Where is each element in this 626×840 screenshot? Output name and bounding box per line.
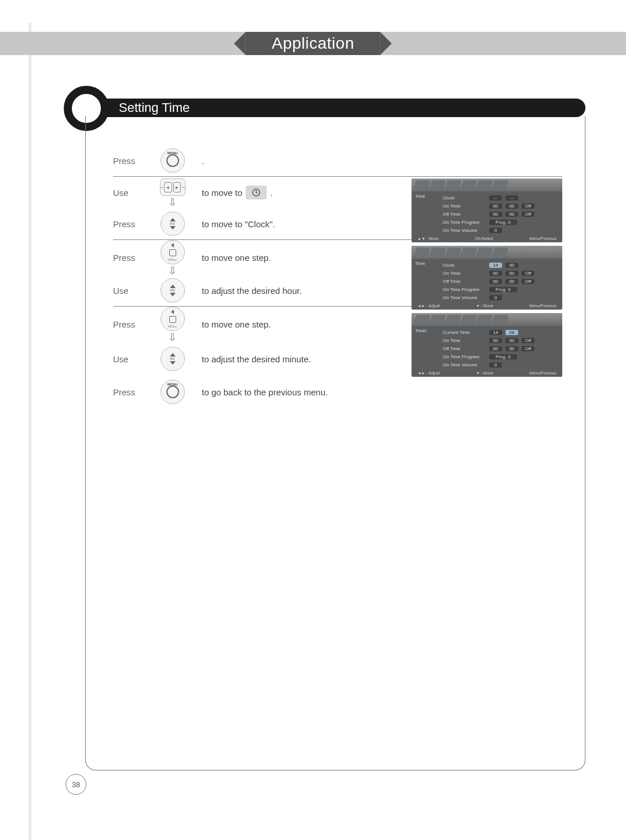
step-verb: Press <box>113 387 154 397</box>
step-verb: Press <box>113 156 154 166</box>
volume-button-icon: ◂▸ <box>160 179 185 196</box>
step-text: to move to <box>202 188 242 198</box>
down-arrow-icon: ⇩ <box>168 198 177 206</box>
step-verb: Use <box>113 286 154 296</box>
instruction-steps: Press . Use ◂▸ ⇩ to move to . Press <box>113 145 562 408</box>
ok-button-icon: VOL+ <box>161 240 185 264</box>
osd-side-label: Time <box>415 194 441 199</box>
osd-screenshot: Time Clock1400 On Time0000Off Off Time00… <box>412 246 562 310</box>
pr-button-icon: PR <box>161 212 185 236</box>
menu-button-icon <box>161 148 185 173</box>
manual-page: Application Setting Time Press . Use ◂▸ … <box>0 0 626 840</box>
ok-button-icon: VOL+ <box>161 307 185 331</box>
page-number: 38 <box>65 774 86 795</box>
step-text: to go back to the previous menu. <box>202 387 328 397</box>
step-text: to adjust the desired minute. <box>202 354 311 364</box>
section-bar: Setting Time <box>84 99 585 117</box>
time-tab-icon <box>246 186 267 199</box>
step-verb: Press <box>113 319 154 329</box>
header-ribbon: Application <box>246 32 380 55</box>
down-arrow-icon: ⇩ <box>168 267 177 275</box>
osd-screenshot: Timer Current Time1428 On Time0000Off Of… <box>412 313 562 377</box>
step-row: Press . <box>113 145 562 177</box>
step-verb: Use <box>113 354 154 364</box>
step-row: Press to go back to the previous menu. <box>113 376 562 408</box>
step-text: . <box>270 188 272 198</box>
step-verb: Use <box>113 188 154 198</box>
pr-button-icon: PR <box>161 347 185 371</box>
step-verb: Press <box>113 219 154 229</box>
step-text: to move one step. <box>202 319 271 329</box>
pr-button-icon: PR <box>161 278 185 303</box>
osd-screenshot: Time Clock---- On Time0000Off Off Time00… <box>412 179 562 242</box>
header-title: Application <box>272 34 354 53</box>
page-spine-shadow <box>29 23 32 840</box>
section-title: Setting Time <box>119 100 190 115</box>
step-text: to adjust the desired hour. <box>202 286 302 296</box>
step-text: to move to "Clock". <box>202 219 275 229</box>
step-text: to move one step. <box>202 253 271 263</box>
menu-button-icon <box>161 380 185 404</box>
step-text: . <box>202 156 204 166</box>
down-arrow-icon: ⇩ <box>168 333 177 341</box>
osd-preview-column: Time Clock---- On Time0000Off Off Time00… <box>412 179 562 380</box>
step-verb: Press <box>113 253 154 263</box>
